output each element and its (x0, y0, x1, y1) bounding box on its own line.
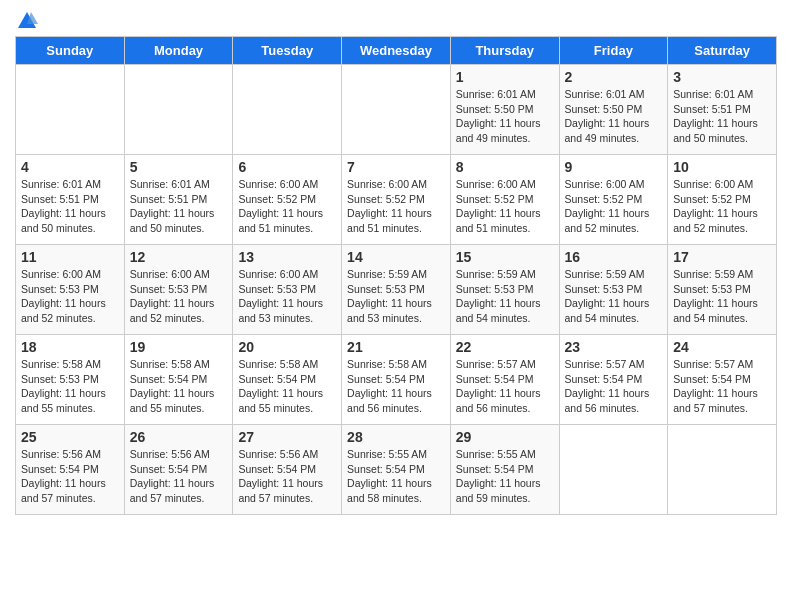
day-detail: Sunrise: 6:01 AM Sunset: 5:51 PM Dayligh… (673, 87, 771, 146)
day-cell: 15Sunrise: 5:59 AM Sunset: 5:53 PM Dayli… (450, 245, 559, 335)
day-detail: Sunrise: 5:58 AM Sunset: 5:53 PM Dayligh… (21, 357, 119, 416)
day-cell: 26Sunrise: 5:56 AM Sunset: 5:54 PM Dayli… (124, 425, 233, 515)
day-cell: 2Sunrise: 6:01 AM Sunset: 5:50 PM Daylig… (559, 65, 668, 155)
day-detail: Sunrise: 5:56 AM Sunset: 5:54 PM Dayligh… (238, 447, 336, 506)
day-number: 29 (456, 429, 554, 445)
day-number: 26 (130, 429, 228, 445)
day-detail: Sunrise: 5:58 AM Sunset: 5:54 PM Dayligh… (238, 357, 336, 416)
day-number: 12 (130, 249, 228, 265)
day-detail: Sunrise: 6:01 AM Sunset: 5:51 PM Dayligh… (21, 177, 119, 236)
day-detail: Sunrise: 5:59 AM Sunset: 5:53 PM Dayligh… (347, 267, 445, 326)
day-cell: 13Sunrise: 6:00 AM Sunset: 5:53 PM Dayli… (233, 245, 342, 335)
day-cell: 17Sunrise: 5:59 AM Sunset: 5:53 PM Dayli… (668, 245, 777, 335)
day-number: 11 (21, 249, 119, 265)
day-detail: Sunrise: 6:01 AM Sunset: 5:51 PM Dayligh… (130, 177, 228, 236)
column-header-saturday: Saturday (668, 37, 777, 65)
day-cell: 21Sunrise: 5:58 AM Sunset: 5:54 PM Dayli… (342, 335, 451, 425)
day-detail: Sunrise: 5:57 AM Sunset: 5:54 PM Dayligh… (673, 357, 771, 416)
day-number: 21 (347, 339, 445, 355)
day-cell: 16Sunrise: 5:59 AM Sunset: 5:53 PM Dayli… (559, 245, 668, 335)
day-number: 28 (347, 429, 445, 445)
day-detail: Sunrise: 6:01 AM Sunset: 5:50 PM Dayligh… (565, 87, 663, 146)
day-cell: 18Sunrise: 5:58 AM Sunset: 5:53 PM Dayli… (16, 335, 125, 425)
day-cell: 3Sunrise: 6:01 AM Sunset: 5:51 PM Daylig… (668, 65, 777, 155)
day-detail: Sunrise: 5:59 AM Sunset: 5:53 PM Dayligh… (565, 267, 663, 326)
day-number: 7 (347, 159, 445, 175)
day-cell: 4Sunrise: 6:01 AM Sunset: 5:51 PM Daylig… (16, 155, 125, 245)
day-cell: 11Sunrise: 6:00 AM Sunset: 5:53 PM Dayli… (16, 245, 125, 335)
day-cell: 28Sunrise: 5:55 AM Sunset: 5:54 PM Dayli… (342, 425, 451, 515)
day-number: 23 (565, 339, 663, 355)
day-cell (559, 425, 668, 515)
day-detail: Sunrise: 6:00 AM Sunset: 5:52 PM Dayligh… (673, 177, 771, 236)
day-detail: Sunrise: 6:00 AM Sunset: 5:53 PM Dayligh… (130, 267, 228, 326)
week-row-5: 25Sunrise: 5:56 AM Sunset: 5:54 PM Dayli… (16, 425, 777, 515)
week-row-3: 11Sunrise: 6:00 AM Sunset: 5:53 PM Dayli… (16, 245, 777, 335)
day-number: 2 (565, 69, 663, 85)
day-cell: 20Sunrise: 5:58 AM Sunset: 5:54 PM Dayli… (233, 335, 342, 425)
day-cell: 23Sunrise: 5:57 AM Sunset: 5:54 PM Dayli… (559, 335, 668, 425)
logo (15, 10, 39, 28)
day-cell (668, 425, 777, 515)
day-cell: 5Sunrise: 6:01 AM Sunset: 5:51 PM Daylig… (124, 155, 233, 245)
day-detail: Sunrise: 6:00 AM Sunset: 5:53 PM Dayligh… (238, 267, 336, 326)
day-cell: 1Sunrise: 6:01 AM Sunset: 5:50 PM Daylig… (450, 65, 559, 155)
column-header-friday: Friday (559, 37, 668, 65)
day-detail: Sunrise: 5:57 AM Sunset: 5:54 PM Dayligh… (456, 357, 554, 416)
day-cell: 12Sunrise: 6:00 AM Sunset: 5:53 PM Dayli… (124, 245, 233, 335)
day-number: 18 (21, 339, 119, 355)
day-number: 16 (565, 249, 663, 265)
day-number: 14 (347, 249, 445, 265)
day-detail: Sunrise: 5:56 AM Sunset: 5:54 PM Dayligh… (130, 447, 228, 506)
day-number: 3 (673, 69, 771, 85)
day-cell (16, 65, 125, 155)
day-number: 24 (673, 339, 771, 355)
week-row-2: 4Sunrise: 6:01 AM Sunset: 5:51 PM Daylig… (16, 155, 777, 245)
header-row: SundayMondayTuesdayWednesdayThursdayFrid… (16, 37, 777, 65)
day-number: 15 (456, 249, 554, 265)
day-number: 20 (238, 339, 336, 355)
day-number: 19 (130, 339, 228, 355)
day-number: 8 (456, 159, 554, 175)
week-row-4: 18Sunrise: 5:58 AM Sunset: 5:53 PM Dayli… (16, 335, 777, 425)
day-number: 1 (456, 69, 554, 85)
day-detail: Sunrise: 6:00 AM Sunset: 5:52 PM Dayligh… (347, 177, 445, 236)
day-detail: Sunrise: 5:56 AM Sunset: 5:54 PM Dayligh… (21, 447, 119, 506)
day-detail: Sunrise: 6:00 AM Sunset: 5:52 PM Dayligh… (456, 177, 554, 236)
day-cell (342, 65, 451, 155)
day-detail: Sunrise: 5:58 AM Sunset: 5:54 PM Dayligh… (347, 357, 445, 416)
day-cell: 14Sunrise: 5:59 AM Sunset: 5:53 PM Dayli… (342, 245, 451, 335)
day-cell: 19Sunrise: 5:58 AM Sunset: 5:54 PM Dayli… (124, 335, 233, 425)
day-cell: 6Sunrise: 6:00 AM Sunset: 5:52 PM Daylig… (233, 155, 342, 245)
day-number: 25 (21, 429, 119, 445)
day-number: 9 (565, 159, 663, 175)
day-cell: 10Sunrise: 6:00 AM Sunset: 5:52 PM Dayli… (668, 155, 777, 245)
day-cell: 25Sunrise: 5:56 AM Sunset: 5:54 PM Dayli… (16, 425, 125, 515)
day-cell: 24Sunrise: 5:57 AM Sunset: 5:54 PM Dayli… (668, 335, 777, 425)
logo-icon (16, 10, 38, 32)
day-number: 13 (238, 249, 336, 265)
day-number: 5 (130, 159, 228, 175)
day-cell: 29Sunrise: 5:55 AM Sunset: 5:54 PM Dayli… (450, 425, 559, 515)
day-number: 27 (238, 429, 336, 445)
day-detail: Sunrise: 5:55 AM Sunset: 5:54 PM Dayligh… (347, 447, 445, 506)
day-cell: 8Sunrise: 6:00 AM Sunset: 5:52 PM Daylig… (450, 155, 559, 245)
calendar-table: SundayMondayTuesdayWednesdayThursdayFrid… (15, 36, 777, 515)
column-header-wednesday: Wednesday (342, 37, 451, 65)
day-cell: 7Sunrise: 6:00 AM Sunset: 5:52 PM Daylig… (342, 155, 451, 245)
logo-text (15, 10, 39, 28)
day-detail: Sunrise: 5:55 AM Sunset: 5:54 PM Dayligh… (456, 447, 554, 506)
day-cell: 27Sunrise: 5:56 AM Sunset: 5:54 PM Dayli… (233, 425, 342, 515)
day-detail: Sunrise: 5:59 AM Sunset: 5:53 PM Dayligh… (673, 267, 771, 326)
column-header-thursday: Thursday (450, 37, 559, 65)
day-detail: Sunrise: 6:00 AM Sunset: 5:52 PM Dayligh… (238, 177, 336, 236)
day-number: 4 (21, 159, 119, 175)
column-header-sunday: Sunday (16, 37, 125, 65)
day-cell (233, 65, 342, 155)
day-detail: Sunrise: 6:00 AM Sunset: 5:53 PM Dayligh… (21, 267, 119, 326)
day-number: 6 (238, 159, 336, 175)
day-number: 10 (673, 159, 771, 175)
day-detail: Sunrise: 6:00 AM Sunset: 5:52 PM Dayligh… (565, 177, 663, 236)
day-detail: Sunrise: 5:58 AM Sunset: 5:54 PM Dayligh… (130, 357, 228, 416)
week-row-1: 1Sunrise: 6:01 AM Sunset: 5:50 PM Daylig… (16, 65, 777, 155)
